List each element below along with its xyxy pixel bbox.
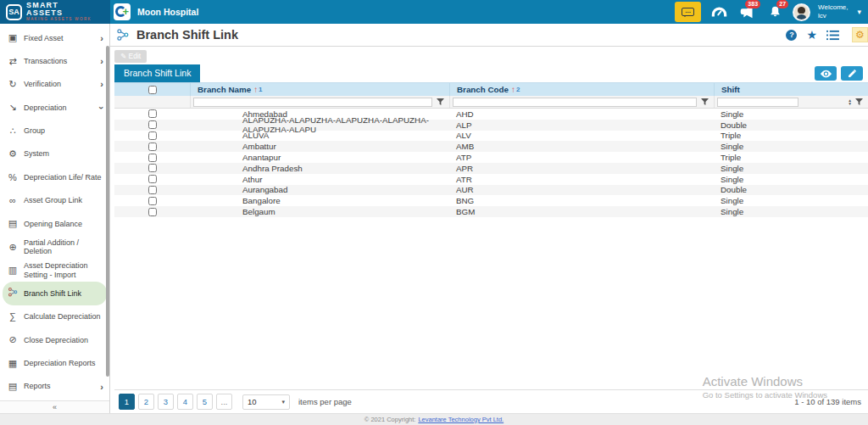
row-checkbox[interactable] [148, 186, 157, 194]
tab-branch-shift-link[interactable]: Branch Shift Link [114, 64, 200, 82]
shift-spinner[interactable]: ▴ ▾ [849, 98, 851, 105]
row-checkbox[interactable] [148, 208, 157, 216]
branch-code-filter-icon[interactable] [699, 98, 710, 106]
table-row[interactable]: Belgaum BGM Single [114, 206, 868, 217]
table-row[interactable]: ALUVA ALV Triple [114, 131, 868, 142]
sidebar-item-depreciation-life-rate[interactable]: % Depreciation Life/ Rate [0, 165, 109, 188]
row-checkbox[interactable] [148, 154, 157, 162]
table-row[interactable]: Athur ATR Single [114, 174, 868, 185]
sidebar-item-transactions[interactable]: ⇄ Transactions › [0, 49, 109, 72]
table-row[interactable]: Ambattur AMB Single [114, 141, 868, 152]
pagination-range-label: 1 - 10 of 139 items [794, 397, 861, 406]
page-button-5[interactable]: 5 [197, 394, 213, 410]
fixed-asset-icon: ▣ [7, 32, 19, 43]
sidebar-item-label: Group [24, 126, 103, 135]
smart-assets-logo-icon: SA [6, 4, 22, 20]
sidebar-item-depreciation-reports[interactable]: ▦ Depreciation Reports [0, 351, 109, 374]
column-header-branch-name[interactable]: Branch Name ↑ 1 [190, 83, 449, 96]
shift-filter-icon[interactable] [854, 98, 865, 106]
help-icon[interactable]: ? [786, 30, 797, 41]
row-checkbox[interactable] [148, 120, 157, 129]
column-label: Branch Code [457, 85, 509, 94]
sort-asc-icon: ↑ [253, 85, 258, 94]
spinner-down-icon[interactable]: ▾ [849, 102, 851, 105]
announcements-icon[interactable]: 383 [737, 2, 757, 22]
sidebar-item-asset-depreciation-setting-import[interactable]: ▥ Asset Depreciation Setting - Import [0, 259, 109, 282]
pagination-bar: 1 2 3 4 5 ... 10 ▾ items per page 1 - 10… [114, 389, 868, 413]
sidebar-item-reports[interactable]: ▤ Reports › [0, 375, 109, 398]
sidebar-item-label: Depreciation Life/ Rate [24, 173, 103, 182]
view-button[interactable] [815, 66, 837, 81]
branch-code-cell: AMB [449, 141, 714, 152]
sidebar-item-label: Reports [24, 382, 95, 390]
edit-button-label: Edit [129, 52, 142, 60]
sidebar-item-depreciation[interactable]: ↘ Depreciation › [0, 96, 109, 119]
page-button-more[interactable]: ... [216, 394, 232, 410]
announcements-badge: 383 [745, 0, 760, 8]
page-size-select[interactable]: 10 ▾ [242, 394, 290, 410]
sidebar-item-calculate-depreciation[interactable]: ∑ Calculate Depreciation [0, 305, 109, 328]
table-row[interactable]: ALAPUZHA-ALAPUZHA-ALAPUZHA-ALAPUZHA-ALAP… [114, 120, 868, 131]
user-menu-caret-icon[interactable]: ▾ [857, 8, 861, 16]
branch-name-cell: Athur [190, 174, 449, 185]
table-row[interactable]: Anantapur ATP Triple [114, 152, 868, 163]
row-checkbox[interactable] [148, 143, 157, 151]
sidebar-collapse-button[interactable]: « [0, 400, 109, 413]
welcome-text: Welcome, lcv [818, 3, 848, 20]
depreciation-life-rate-icon: % [7, 172, 19, 182]
shift-filter-input[interactable] [717, 98, 798, 107]
partial-addition-deletion-icon: ⊕ [7, 242, 19, 253]
verification-icon: ↻ [7, 79, 19, 90]
dashboard-gauge-icon[interactable] [709, 2, 729, 22]
page-button-2[interactable]: 2 [138, 394, 154, 410]
branch-name-filter-input[interactable] [193, 98, 432, 107]
sidebar-scrollbar[interactable] [106, 46, 109, 377]
row-checkbox[interactable] [148, 197, 157, 205]
company-link[interactable]: Levantare Technology Pvt Ltd. [418, 416, 504, 423]
sidebar-item-fixed-asset[interactable]: ▣ Fixed Asset › [0, 26, 109, 49]
sidebar-item-branch-shift-link[interactable]: Branch Shift Link [3, 282, 107, 305]
page-header-actions: ? ★ ⚙ [786, 27, 868, 42]
row-checkbox[interactable] [148, 175, 157, 183]
settings-gear-icon[interactable]: ⚙ [852, 27, 868, 42]
row-checkbox[interactable] [148, 164, 157, 172]
sidebar-item-label: Depreciation [24, 103, 95, 112]
branch-name-cell: ALAPUZHA-ALAPUZHA-ALAPUZHA-ALAPUZHA-ALAP… [190, 120, 449, 131]
sidebar-item-close-depreciation[interactable]: ⊘ Close Depreciation [0, 328, 109, 351]
sidebar-item-group[interactable]: ∴ Group [0, 120, 109, 143]
edit-button[interactable]: ✎ Edit [114, 50, 147, 63]
favorite-star-icon[interactable]: ★ [806, 28, 817, 42]
content-body: ✎ Edit Branch Shift Link [110, 47, 868, 413]
sidebar-item-system[interactable]: ⚙ System [0, 143, 109, 165]
table-row[interactable]: Aurangabad AUR Double [114, 185, 868, 196]
column-header-branch-code[interactable]: Branch Code ↑ 2 [449, 83, 714, 96]
sidebar-item-label: Fixed Asset [24, 34, 95, 42]
welcome-username: lcv [818, 12, 848, 20]
branch-name-filter-icon[interactable] [435, 98, 446, 106]
brand-logo-block[interactable]: SA SMART ASSETS MAKING ASSETS WORK [0, 0, 110, 24]
table-row[interactable]: Ahmedabad AHD Single [114, 109, 868, 120]
user-avatar[interactable] [793, 3, 810, 21]
branch-code-cell: ATR [449, 174, 714, 185]
row-checkbox[interactable] [148, 109, 157, 118]
sidebar-item-partial-addition-deletion[interactable]: ⊕ Partial Addition / Deletion [0, 236, 109, 259]
table-row[interactable]: Andhra Pradesh APR Single [114, 163, 868, 174]
edit-grid-button[interactable] [841, 66, 863, 81]
sidebar-item-verification[interactable]: ↻ Verification › [0, 73, 109, 96]
select-all-checkbox[interactable] [148, 86, 157, 94]
notifications-badge: 27 [776, 0, 788, 8]
page-button-3[interactable]: 3 [158, 394, 174, 410]
page-button-1[interactable]: 1 [119, 394, 135, 410]
column-header-shift[interactable]: Shift [714, 83, 868, 96]
sidebar-item-asset-group-link[interactable]: ∞ Asset Group Link [0, 189, 109, 212]
list-menu-icon[interactable] [826, 30, 839, 41]
row-checkbox[interactable] [148, 131, 157, 140]
page-button-4[interactable]: 4 [177, 394, 193, 410]
sidebar-item-opening-balance[interactable]: ▤ Opening Balance [0, 212, 109, 235]
table-row[interactable]: Bangalore BNG Single [114, 195, 868, 206]
notifications-bell-icon[interactable]: 27 [765, 2, 785, 22]
branch-code-filter-input[interactable] [453, 98, 697, 107]
chat-button[interactable]: ... [675, 2, 701, 22]
tab-row: Branch Shift Link [114, 64, 868, 82]
brand-tagline: MAKING ASSETS WORK [26, 18, 92, 22]
